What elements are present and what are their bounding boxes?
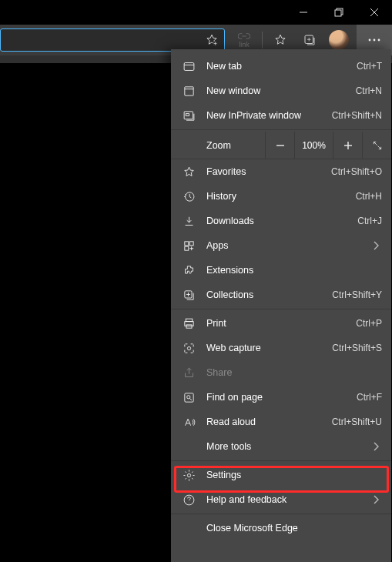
chevron-right-icon [370,241,382,250]
print-icon [171,317,206,330]
menu-item-label: New tab [206,61,357,72]
menu-item-new-tab[interactable]: New tab Ctrl+T [171,54,391,79]
ellipsis-icon [368,38,380,42]
svg-point-13 [378,39,380,42]
menu-item-settings[interactable]: Settings [171,463,391,487]
plus-icon [343,141,353,150]
zoom-label: Zoom [171,132,265,159]
menu-item-favorites[interactable]: Favorites Ctrl+Shift+O [171,159,391,184]
toolbar-separator [262,32,263,49]
menu-item-apps[interactable]: Apps [171,233,391,258]
menu-item-webcapture[interactable]: Web capture Ctrl+Shift+S [171,336,391,360]
menu-item-new-inprivate[interactable]: New InPrivate window Ctrl+Shift+N [171,103,391,128]
web-capture-icon [171,342,206,355]
collections-icon [171,289,206,302]
share-icon [171,366,206,380]
menu-item-label: New window [206,85,356,96]
star-icon [273,33,287,47]
menu-item-label: Collections [206,289,332,300]
menu-item-moretools[interactable]: More tools [171,434,391,459]
menu-item-extensions[interactable]: Extensions [171,258,391,283]
menu-item-label: Find on page [206,392,357,403]
chevron-right-icon [370,495,382,504]
menu-item-shortcut: Ctrl+Shift+Y [332,289,382,300]
profile-avatar[interactable] [329,30,349,50]
download-icon [171,215,206,228]
svg-point-37 [187,473,190,477]
menu-item-label: Print [206,318,356,329]
menu-item-new-window[interactable]: New window Ctrl+N [171,79,391,103]
restore-icon [334,8,343,17]
menu-item-shortcut: Ctrl+Shift+U [332,416,382,427]
menu-item-label: Web capture [206,343,332,353]
menu-item-help[interactable]: Help and feedback [171,487,391,512]
menu-item-readaloud[interactable]: Read aloud Ctrl+Shift+U [171,410,391,434]
zoom-value: 100% [294,132,333,159]
menu-item-label: Share [206,367,382,378]
menu-item-shortcut: Ctrl+Shift+O [331,166,382,177]
svg-point-33 [187,346,190,350]
menu-item-shortcut: Ctrl+F [357,392,382,403]
menu-item-shortcut: Ctrl+H [356,191,382,202]
svg-rect-26 [184,246,188,250]
menu-item-zoom: Zoom 100% [171,132,391,159]
menu-item-close-edge[interactable]: Close Microsoft Edge [171,516,391,540]
menu-item-shortcut: Ctrl+P [356,318,382,329]
menu-item-label: Close Microsoft Edge [206,523,382,534]
svg-rect-14 [184,62,194,70]
apps-icon [171,239,206,253]
find-icon [171,391,206,404]
menu-item-label: Settings [206,470,382,480]
address-bar[interactable] [0,28,225,52]
close-icon [370,8,379,17]
zoom-in-button[interactable] [333,132,362,159]
favorite-star-button[interactable] [199,29,224,51]
extensions-icon [171,264,206,277]
menu-item-print[interactable]: Print Ctrl+P [171,311,391,336]
minimize-icon [299,8,308,17]
new-window-icon [171,85,206,98]
menu-item-shortcut: Ctrl+Shift+N [332,110,382,121]
menu-item-shortcut: Ctrl+Shift+S [332,343,382,353]
help-icon [171,493,206,507]
star-plus-icon [205,33,219,47]
link-label: link [239,41,250,49]
svg-point-12 [374,39,376,42]
svg-line-36 [189,398,191,400]
svg-rect-34 [184,393,193,401]
inprivate-icon [171,109,206,122]
window-close-button[interactable] [357,0,392,25]
menu-item-share: Share [171,360,391,385]
zoom-out-button[interactable] [265,132,294,159]
menu-item-label: Extensions [206,265,382,276]
svg-rect-18 [184,111,193,119]
link-icon [238,32,250,40]
settings-and-more-menu: New tab Ctrl+T New window Ctrl+N New InP… [171,49,391,562]
svg-rect-32 [186,324,191,327]
window-minimize-button[interactable] [286,0,321,25]
menu-item-shortcut: Ctrl+N [356,85,382,96]
new-tab-icon [171,60,206,73]
fullscreen-button[interactable] [362,132,391,159]
gear-icon [171,469,206,482]
svg-point-11 [369,39,371,42]
collections-plus-icon [303,33,317,47]
minus-icon [276,141,285,150]
menu-item-label: Read aloud [206,416,332,427]
svg-rect-30 [186,319,193,322]
svg-rect-25 [189,241,193,245]
window-restore-button[interactable] [321,0,357,25]
menu-item-downloads[interactable]: Downloads Ctrl+J [171,209,391,233]
menu-item-label: Help and feedback [206,494,370,505]
menu-item-collections[interactable]: Collections Ctrl+Shift+Y [171,283,391,307]
menu-item-history[interactable]: History Ctrl+H [171,184,391,209]
svg-rect-24 [184,241,188,245]
svg-rect-31 [184,321,193,326]
svg-rect-19 [186,113,189,115]
menu-item-find[interactable]: Find on page Ctrl+F [171,385,391,410]
menu-item-label: Favorites [206,166,331,177]
star-icon [171,166,206,179]
menu-item-label: Apps [206,240,370,251]
window-titlebar [0,0,392,25]
read-aloud-icon [171,416,206,429]
